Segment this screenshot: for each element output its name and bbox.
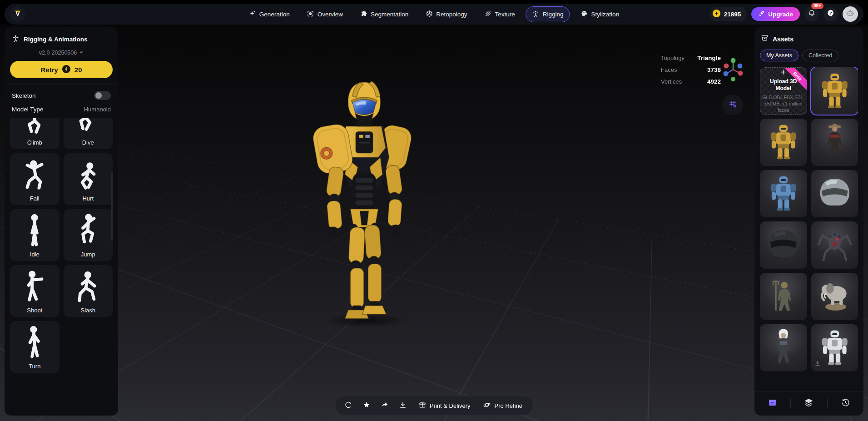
assets-scroll[interactable]: Upload 3D ModelGLB,OBJ,FBX,STL, ≤50MB, ≤… [760,67,858,387]
animation-jump[interactable]: Jump [64,209,113,261]
download-icon [399,401,407,411]
download-button[interactable] [394,396,412,415]
model-type-value: Humanoid [84,106,111,113]
asset-blue-cyborg[interactable] [760,170,807,217]
nav-label: Generation [259,11,290,18]
robot-avatar-icon [845,8,855,20]
layers-button[interactable] [791,398,827,409]
pro-refine-button[interactable]: Pro Refine [477,396,528,415]
user-avatar[interactable] [843,6,858,22]
plus-icon [780,69,787,77]
asset-elephant-statue[interactable] [811,273,858,320]
credit-cost-icon [62,65,71,75]
grid-settings-icon [728,99,738,111]
notifications-button[interactable]: 99+ [804,7,819,21]
scrollbar[interactable] [111,173,113,241]
asset-yellow-mech[interactable] [760,119,807,166]
nav-item-texture[interactable]: Texture [478,6,521,22]
person-icon [532,10,540,19]
retry-button[interactable]: Retry 20 [10,61,113,78]
3d-viewport[interactable]: TopologyTriangleFaces3738Vertices4922 Pr… [0,25,868,421]
storage-box-icon [768,398,777,409]
stat-topology: TopologyTriangle [661,55,721,61]
nav-item-overview[interactable]: Overview [301,6,349,22]
upgrade-button[interactable]: Upgrade [751,7,800,21]
rigged-robot-model[interactable] [300,77,429,367]
share-icon [381,401,389,411]
skeleton-toggle[interactable] [94,91,111,100]
nav-item-stylization[interactable]: Stylization [575,6,626,22]
version-selector[interactable]: v2.0-20250506 [10,50,113,56]
chevron-down-icon [79,50,84,56]
star-button[interactable] [358,396,375,415]
assets-tabs: My AssetsCollected [760,50,858,61]
skeleton-row: Skeleton [10,91,113,100]
nav-item-retopology[interactable]: Retopology [419,6,473,22]
nav-item-segmentation[interactable]: Segmentation [354,6,415,22]
top-bar: GenerationOverviewSegmentationRetopology… [5,4,863,25]
print-delivery-button[interactable]: Print & Delivery [412,396,476,415]
asset-cowboy-character[interactable] [811,119,858,166]
assets-grid: Upload 3D ModelGLB,OBJ,FBX,STL, ≤50MB, ≤… [760,67,858,371]
viewport-settings-button[interactable] [722,95,743,115]
nav-label: Texture [495,11,515,18]
history-button[interactable] [828,398,863,409]
coin-icon [712,9,721,19]
nav-item-generation[interactable]: Generation [243,6,296,22]
animation-hurt[interactable]: Hurt [64,153,113,205]
tab-collected[interactable]: Collected [802,50,838,61]
storage-box-button[interactable] [754,398,790,409]
assets-header: Assets [760,34,858,44]
puzzle-icon [360,10,367,19]
tripo-logo-icon [13,8,23,20]
gift-icon [418,401,426,410]
rigging-panel-header: Rigging & Animations [10,35,113,44]
asset-black-helmet[interactable] [760,221,807,269]
axis-gizmo[interactable] [719,55,747,84]
rigging-app: GenerationOverviewSegmentationRetopology… [0,0,868,421]
asset-dark-armor-figure[interactable] [760,324,807,371]
credits-pill[interactable]: 21895 [709,7,747,21]
toggle-knob [95,92,102,99]
scan-icon [307,10,314,19]
layers-icon [804,398,813,409]
turntable-button[interactable] [340,396,357,415]
assets-footer [754,391,863,416]
mesh-stats: TopologyTriangleFaces3738Vertices4922 [661,55,721,85]
nav-label: Rigging [543,11,564,18]
main-nav: GenerationOverviewSegmentationRetopology… [243,6,625,22]
asset-alien-creature[interactable] [811,221,858,269]
notification-badge: 99+ [811,3,823,9]
credits-count: 21895 [724,11,741,18]
stat-faces: Faces3738 [661,66,721,73]
version-label: v2.0-20250506 [39,50,77,56]
asset-yellow-armored-robot[interactable] [811,67,858,115]
animation-list-scroll[interactable]: ClimbDiveFallHurtIdleJumpShootSlashTurn [10,118,113,411]
app-logo[interactable] [10,6,25,22]
bell-icon [808,9,816,19]
animation-shoot[interactable]: Shoot [10,265,60,317]
animation-idle[interactable]: Idle [10,209,60,261]
tab-my-assets[interactable]: My Assets [760,50,799,61]
history-icon [841,398,850,409]
animation-dive[interactable]: Dive [64,118,113,149]
rigging-panel: Rigging & Animations v2.0-20250506 Retry… [5,27,118,416]
asset-diver-warrior[interactable] [760,273,807,320]
skeleton-label: Skeleton [12,92,36,99]
hatch-icon [485,10,492,19]
animation-climb[interactable]: Climb [10,118,60,149]
nav-label: Overview [317,11,343,18]
retry-cost: 20 [74,66,82,74]
animation-slash[interactable]: Slash [64,265,113,317]
svg-text:?: ? [829,11,832,15]
upload-3d-model-card[interactable]: Upload 3D ModelGLB,OBJ,FBX,STL, ≤50MB, ≤… [760,67,807,115]
share-button[interactable] [376,396,393,415]
asset-white-mech[interactable] [811,324,858,371]
animation-turn[interactable]: Turn [10,321,60,373]
asset-silver-helmet[interactable] [811,170,858,217]
viewport-toolbar: Print & DeliveryPro Refine [335,396,533,415]
turntable-icon [345,401,352,411]
animation-fall[interactable]: Fall [10,153,60,205]
nav-item-rigging[interactable]: Rigging [526,6,570,22]
help-button[interactable]: ? [823,7,838,21]
